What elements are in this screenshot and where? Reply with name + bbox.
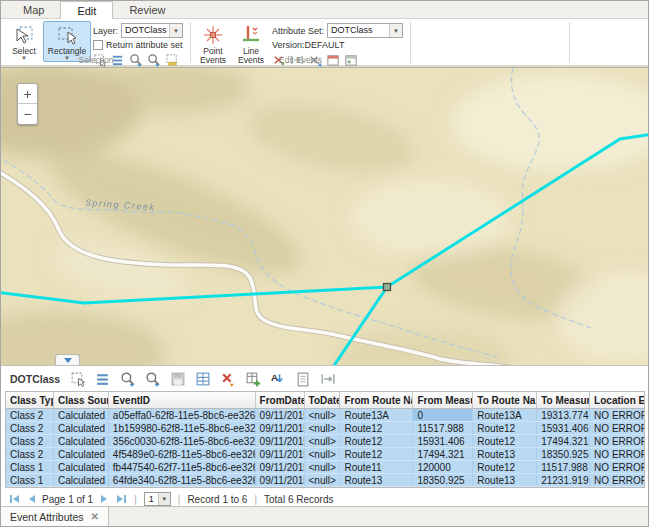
- sort-records-icon[interactable]: A: [270, 371, 286, 387]
- table-cell[interactable]: 11517.988: [537, 461, 590, 473]
- zoom-in-button[interactable]: +: [18, 84, 37, 104]
- column-header[interactable]: From Route Name: [340, 392, 413, 408]
- table-cell[interactable]: <null>: [305, 448, 341, 460]
- table-cell[interactable]: Calculated: [54, 448, 109, 460]
- tab-event-attributes[interactable]: Event Attributes ✕: [1, 507, 109, 526]
- table-cell[interactable]: 15931.406: [537, 422, 590, 434]
- table-cell[interactable]: 15931.406: [413, 435, 473, 447]
- attribute-set-dropdown[interactable]: DOTClass ▼: [327, 23, 403, 38]
- switch-table-icon[interactable]: [195, 371, 211, 387]
- table-cell[interactable]: 0: [413, 409, 473, 421]
- tab-map[interactable]: Map: [7, 1, 60, 18]
- layer-dropdown-arrow-icon[interactable]: ▼: [169, 24, 182, 37]
- table-cell[interactable]: 19313.774: [537, 409, 590, 421]
- table-cell[interactable]: Route13: [340, 474, 413, 486]
- table-cell[interactable]: <null>: [305, 461, 341, 473]
- show-selected-records-icon[interactable]: [95, 371, 111, 387]
- table-cell[interactable]: NO ERROR: [590, 422, 644, 434]
- select-records-icon[interactable]: [70, 371, 86, 387]
- attribute-set-dropdown-arrow-icon[interactable]: ▼: [389, 24, 402, 37]
- table-cell[interactable]: Class 2: [6, 409, 54, 421]
- table-cell[interactable]: Route13A: [340, 409, 413, 421]
- table-cell[interactable]: 1b159980-62f8-11e5-8bc6-ee32641d5ec9: [109, 422, 256, 434]
- zoom-out-button[interactable]: −: [18, 104, 37, 124]
- column-header[interactable]: Class Source: [54, 392, 109, 408]
- table-cell[interactable]: Class 2: [6, 448, 54, 460]
- map-view[interactable]: Spring Creek + −: [1, 67, 648, 365]
- measure-range-icon[interactable]: [320, 371, 336, 387]
- table-cell[interactable]: Class 2: [6, 422, 54, 434]
- panel-collapse-tab[interactable]: [55, 354, 80, 365]
- table-cell[interactable]: Route13: [473, 448, 537, 460]
- table-cell[interactable]: Route12: [473, 461, 537, 473]
- save-edits-icon[interactable]: [170, 371, 186, 387]
- table-cell[interactable]: Route12: [340, 435, 413, 447]
- table-cell[interactable]: NO ERROR: [590, 448, 644, 460]
- table-cell[interactable]: 356c0030-62f8-11e5-8bc6-ee32641d5ec9: [109, 435, 256, 447]
- delete-records-icon[interactable]: [220, 371, 236, 387]
- previous-page-button[interactable]: [25, 493, 37, 505]
- table-cell[interactable]: NO ERROR: [590, 474, 644, 486]
- table-row[interactable]: Class 2Calculated356c0030-62f8-11e5-8bc6…: [6, 435, 644, 448]
- table-cell[interactable]: Route12: [473, 422, 537, 434]
- table-cell[interactable]: Route11: [340, 461, 413, 473]
- table-cell[interactable]: 4f5489e0-62f8-11e5-8bc6-ee32641d5ec9: [109, 448, 256, 460]
- table-cell[interactable]: Calculated: [54, 435, 109, 447]
- table-cell[interactable]: 21231.919: [537, 474, 590, 486]
- table-cell[interactable]: a05effa0-62f8-11e5-8bc6-ee32641d5ec9: [109, 409, 256, 421]
- table-cell[interactable]: 09/11/2015: [256, 448, 305, 460]
- zoom-to-feature-icon[interactable]: [120, 371, 136, 387]
- table-cell[interactable]: fb447540-62f7-11e5-8bc6-ee32641d5ec9: [109, 461, 256, 473]
- table-cell[interactable]: 18350.925: [413, 474, 473, 486]
- column-header[interactable]: ToDate: [305, 392, 341, 408]
- table-cell[interactable]: 09/11/2015: [256, 409, 305, 421]
- route-junction-marker[interactable]: [384, 284, 391, 291]
- table-cell[interactable]: 09/11/2015: [256, 435, 305, 447]
- tab-edit[interactable]: Edit: [60, 1, 113, 19]
- table-cell[interactable]: 18350.925: [537, 448, 590, 460]
- table-cell[interactable]: 120000: [413, 461, 473, 473]
- table-cell[interactable]: Route13A: [473, 409, 537, 421]
- table-cell[interactable]: <null>: [305, 422, 341, 434]
- table-cell[interactable]: NO ERROR: [590, 409, 644, 421]
- table-row[interactable]: Class 2Calculateda05effa0-62f8-11e5-8bc6…: [6, 409, 644, 422]
- table-cell[interactable]: 11517.988: [413, 422, 473, 434]
- table-cell[interactable]: Route12: [340, 448, 413, 460]
- page-number-dropdown-arrow-icon[interactable]: ▼: [158, 493, 170, 505]
- table-cell[interactable]: 09/11/2015: [256, 422, 305, 434]
- table-cell[interactable]: <null>: [305, 409, 341, 421]
- table-row[interactable]: Class 2Calculated1b159980-62f8-11e5-8bc6…: [6, 422, 644, 435]
- table-cell[interactable]: Calculated: [54, 409, 109, 421]
- table-row[interactable]: Class 1Calculated64fde340-62f8-11e5-8bc6…: [6, 474, 644, 487]
- table-cell[interactable]: NO ERROR: [590, 435, 644, 447]
- table-cell[interactable]: <null>: [305, 435, 341, 447]
- table-cell[interactable]: Calculated: [54, 422, 109, 434]
- column-header[interactable]: FromDate: [256, 392, 305, 408]
- table-row[interactable]: Class 2Calculated4f5489e0-62f8-11e5-8bc6…: [6, 448, 644, 461]
- tab-review[interactable]: Review: [113, 1, 181, 18]
- last-page-button[interactable]: [115, 493, 127, 505]
- table-cell[interactable]: 09/11/2015: [256, 474, 305, 486]
- table-cell[interactable]: Calculated: [54, 474, 109, 486]
- attribute-form-icon[interactable]: [295, 371, 311, 387]
- table-row[interactable]: Class 1Calculatedfb447540-62f7-11e5-8bc6…: [6, 461, 644, 474]
- first-page-button[interactable]: [8, 493, 20, 505]
- table-cell[interactable]: Calculated: [54, 461, 109, 473]
- add-records-icon[interactable]: [245, 371, 261, 387]
- next-page-button[interactable]: [98, 493, 110, 505]
- table-cell[interactable]: Route13: [473, 474, 537, 486]
- close-tab-icon[interactable]: ✕: [91, 511, 99, 522]
- pan-to-feature-icon[interactable]: [145, 371, 161, 387]
- table-cell[interactable]: <null>: [305, 474, 341, 486]
- return-attribute-set-checkbox[interactable]: [93, 40, 103, 50]
- table-cell[interactable]: 09/11/2015: [256, 461, 305, 473]
- table-cell[interactable]: Class 2: [6, 435, 54, 447]
- table-cell[interactable]: Route12: [473, 435, 537, 447]
- layer-dropdown[interactable]: DOTClass ▼: [121, 23, 183, 38]
- column-header[interactable]: EventID: [109, 392, 256, 408]
- table-cell[interactable]: NO ERROR: [590, 461, 644, 473]
- table-cell[interactable]: 17494.321: [537, 435, 590, 447]
- table-cell[interactable]: Route12: [340, 422, 413, 434]
- table-cell[interactable]: Class 1: [6, 474, 54, 486]
- table-cell[interactable]: 64fde340-62f8-11e5-8bc6-ee32641d5ec9: [109, 474, 256, 486]
